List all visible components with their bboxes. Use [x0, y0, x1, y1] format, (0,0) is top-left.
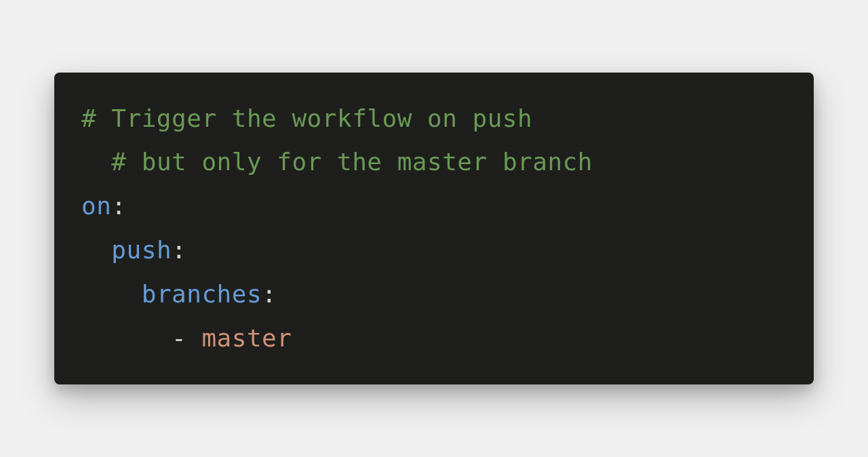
code-line-3: on: — [81, 184, 787, 228]
code-line-5: branches: — [81, 273, 787, 317]
code-line-6: - master — [81, 317, 787, 361]
yaml-value: master — [201, 324, 292, 352]
indent — [81, 236, 111, 264]
colon: : — [172, 236, 186, 264]
indent — [81, 148, 111, 176]
code-line-4: push: — [81, 228, 787, 273]
comment-text: # Trigger the workflow on push — [81, 104, 532, 132]
code-block: # Trigger the workflow on push # but onl… — [54, 73, 814, 385]
indent — [81, 280, 142, 308]
comment-text: # but only for the master branch — [111, 148, 593, 176]
code-line-1: # Trigger the workflow on push — [81, 97, 787, 141]
code-line-2: # but only for the master branch — [81, 140, 787, 184]
dash: - — [172, 324, 201, 352]
yaml-key: push — [111, 236, 172, 264]
yaml-key: branches — [142, 280, 262, 308]
colon: : — [262, 280, 277, 308]
indent — [81, 324, 172, 352]
colon: : — [111, 192, 126, 220]
yaml-key: on — [81, 192, 111, 220]
